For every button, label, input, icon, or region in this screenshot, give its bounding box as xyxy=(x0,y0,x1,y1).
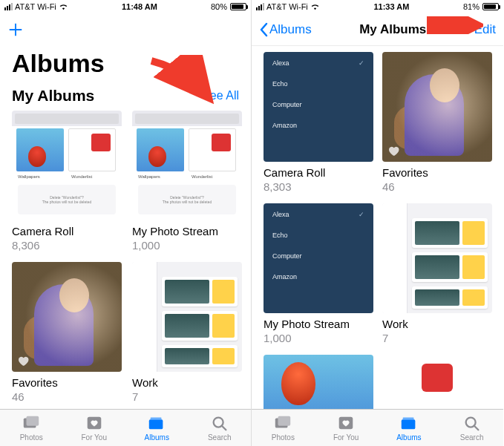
photos-tab-icon xyxy=(22,414,41,432)
edit-button[interactable]: Edit xyxy=(474,22,496,37)
album-item[interactable]: Wallpapers Wunderlist Delete "Wunderlist… xyxy=(132,111,242,252)
battery-percent: 80% xyxy=(211,2,227,11)
tab-label: Albums xyxy=(145,433,169,442)
battery-icon xyxy=(230,3,246,10)
album-name: My Photo Stream xyxy=(132,225,242,237)
svg-rect-4 xyxy=(151,418,162,420)
svg-rect-3 xyxy=(149,419,163,429)
clock-label: 11:48 AM xyxy=(122,2,157,11)
tab-for-you[interactable]: For You xyxy=(315,410,378,446)
tab-label: Search xyxy=(208,433,232,442)
nav-bar xyxy=(0,13,251,46)
album-item[interactable]: Alexa✓ Echo Computer Amazon My Photo Str… xyxy=(264,203,373,344)
favorite-heart-icon xyxy=(387,144,400,157)
back-button[interactable]: Albums xyxy=(259,22,312,37)
album-count: 8,306 xyxy=(12,239,122,252)
tab-bar: Photos For You Albums Search xyxy=(252,409,503,446)
for-you-tab-icon xyxy=(336,414,356,432)
tab-label: For You xyxy=(333,433,359,442)
wifi-icon xyxy=(59,3,68,10)
album-name: Favorites xyxy=(382,166,492,179)
album-grid[interactable]: Alexa✓ Echo Computer Amazon Camera Roll … xyxy=(252,46,503,429)
thumb-label: Wunderlist xyxy=(71,174,92,179)
clock-label: 11:33 AM xyxy=(373,2,409,11)
photos-tab-icon xyxy=(273,414,292,432)
search-tab-icon xyxy=(210,414,229,432)
album-count: 1,000 xyxy=(264,332,373,344)
album-thumbnail[interactable] xyxy=(382,203,492,313)
tab-photos[interactable]: Photos xyxy=(252,410,315,446)
svg-rect-1 xyxy=(27,416,39,426)
signal-bars-icon xyxy=(256,3,264,10)
nav-bar: Albums My Albums Edit xyxy=(252,13,503,46)
album-thumbnail[interactable]: Alexa✓ Echo Computer Amazon xyxy=(264,52,373,162)
status-bar: AT&T Wi-Fi 11:33 AM 81% xyxy=(252,0,503,13)
svg-line-13 xyxy=(474,426,478,430)
tab-label: Albums xyxy=(396,433,421,442)
album-count: 8,303 xyxy=(264,180,373,193)
page-title: Albums xyxy=(0,46,251,87)
thumb-label: Wunderlist xyxy=(192,174,212,179)
favorite-heart-icon xyxy=(16,354,30,367)
carrier-label: AT&T Wi-Fi xyxy=(266,2,308,11)
album-name: Camera Roll xyxy=(264,166,373,179)
thumb-dialog: Delete "Wunderlist"? The photos will not… xyxy=(18,185,116,214)
album-item[interactable]: Favorites 46 xyxy=(382,52,492,193)
wifi-icon xyxy=(310,3,320,10)
svg-line-6 xyxy=(222,426,226,430)
svg-rect-8 xyxy=(278,416,291,426)
album-thumbnail[interactable]: Wallpapers Wunderlist Delete "Wunderlist… xyxy=(132,111,242,220)
album-thumbnail[interactable] xyxy=(12,262,122,372)
album-count: 46 xyxy=(12,390,122,403)
tab-bar: Photos For You Albums Search xyxy=(0,409,251,446)
album-item[interactable]: Wallpapers Wunderlist Delete "Wunderlist… xyxy=(12,111,122,252)
phone-my-albums: AT&T Wi-Fi 11:33 AM 81% Albums My Albums… xyxy=(252,0,503,446)
tab-label: Photos xyxy=(272,433,295,442)
album-name: Work xyxy=(132,376,242,389)
album-item[interactable]: Alexa✓ Echo Computer Amazon Camera Roll … xyxy=(264,52,373,193)
tab-label: Photos xyxy=(20,433,43,442)
carrier-label: AT&T Wi-Fi xyxy=(15,2,56,11)
battery-percent: 81% xyxy=(463,2,480,11)
album-item[interactable]: Work 7 xyxy=(382,203,492,344)
chevron-left-icon xyxy=(259,22,268,37)
album-name: Favorites xyxy=(12,376,122,389)
album-name: Work xyxy=(382,318,492,330)
tab-photos[interactable]: Photos xyxy=(0,410,63,446)
tab-albums[interactable]: Albums xyxy=(378,410,441,446)
albums-tab-icon xyxy=(147,414,166,432)
album-item[interactable]: Favorites 46 xyxy=(12,262,122,403)
section-header: My Albums See All xyxy=(0,87,251,109)
svg-rect-10 xyxy=(402,419,416,429)
tab-search[interactable]: Search xyxy=(189,410,252,446)
status-bar: AT&T Wi-Fi 11:48 AM 80% xyxy=(0,0,251,13)
see-all-link[interactable]: See All xyxy=(202,89,239,102)
album-name: Camera Roll xyxy=(12,225,122,237)
album-thumbnail[interactable] xyxy=(382,52,492,162)
album-name: My Photo Stream xyxy=(264,318,373,330)
album-row[interactable]: Wallpapers Wunderlist Delete "Wunderlist… xyxy=(0,109,251,253)
album-thumbnail[interactable]: Alexa✓ Echo Computer Amazon xyxy=(264,203,373,313)
thumb-dialog: Delete "Wunderlist"? The photos will not… xyxy=(138,185,236,214)
album-thumbnail[interactable]: Wallpapers Wunderlist Delete "Wunderlist… xyxy=(12,111,122,220)
album-row[interactable]: Favorites 46 Work 7 W xyxy=(0,260,251,404)
add-button[interactable] xyxy=(7,22,24,38)
search-tab-icon xyxy=(462,414,482,432)
tab-search[interactable]: Search xyxy=(440,410,503,446)
battery-icon xyxy=(482,3,499,10)
tab-for-you[interactable]: For You xyxy=(63,410,126,446)
album-item[interactable]: Work 7 xyxy=(132,262,242,403)
nav-title: My Albums xyxy=(359,22,426,37)
tab-albums[interactable]: Albums xyxy=(125,410,189,446)
album-thumbnail[interactable] xyxy=(132,262,242,372)
thumb-label: Wallpapers xyxy=(18,174,40,179)
album-count: 7 xyxy=(132,390,242,403)
for-you-tab-icon xyxy=(85,414,104,432)
album-count: 46 xyxy=(382,180,492,193)
section-title: My Albums xyxy=(12,87,94,105)
album-count: 1,000 xyxy=(132,239,242,252)
album-count: 7 xyxy=(382,332,492,344)
tab-label: Search xyxy=(460,433,484,442)
tab-label: For You xyxy=(82,433,107,442)
thumb-label: Wallpapers xyxy=(138,174,160,179)
